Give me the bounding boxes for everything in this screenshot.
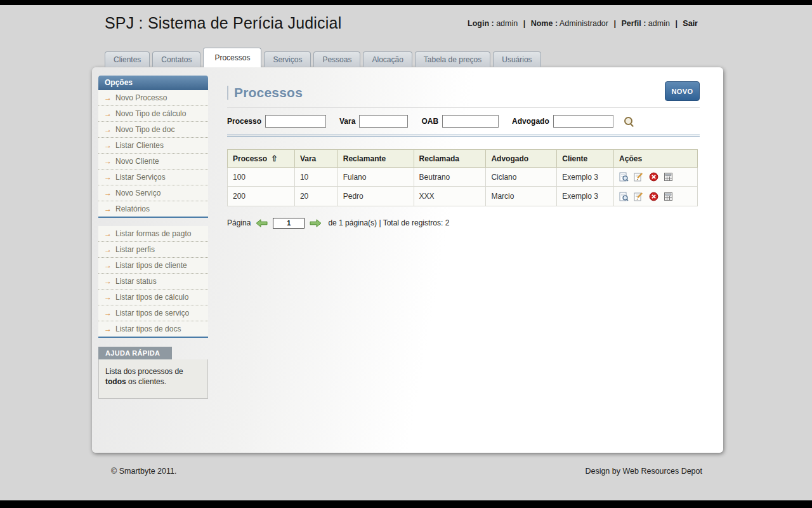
tab-clientes[interactable]: Clientes — [105, 51, 150, 67]
sidebar-menu-secondary: → Listar formas de pagto → Listar perfis… — [98, 226, 208, 338]
tab-alocacao[interactable]: Alocação — [363, 51, 412, 67]
col-header-cliente[interactable]: Cliente — [557, 150, 614, 168]
quick-help-box: Lista dos processos de todos os clientes… — [98, 359, 208, 399]
calculator-icon[interactable] — [664, 192, 673, 201]
cell-processo: 100 — [228, 168, 295, 187]
sidebar-item-label: Novo Cliente — [115, 157, 159, 166]
cell-reclamada: Beutrano — [414, 168, 486, 187]
sidebar-item-listar-tipos-de-servico[interactable]: → Listar tipos de serviço — [98, 305, 208, 321]
view-icon[interactable] — [619, 172, 629, 182]
title-accent-bar — [227, 86, 228, 100]
cell-acoes — [614, 187, 698, 206]
view-icon[interactable] — [619, 192, 629, 201]
sort-asc-icon[interactable]: ⇧ — [271, 154, 278, 163]
col-header-advogado[interactable]: Advogado — [486, 150, 557, 168]
sidebar-item-listar-formas-de-pagto[interactable]: → Listar formas de pagto — [98, 226, 208, 242]
filter-oab-label: OAB — [421, 117, 438, 126]
sidebar-item-listar-tipos-de-docs[interactable]: → Listar tipos de docs — [98, 321, 208, 337]
sidebar-item-label: Listar status — [115, 277, 157, 286]
arrow-icon: → — [104, 189, 112, 197]
tab-processos[interactable]: Processos — [203, 48, 261, 67]
sidebar-item-label: Listar Serviços — [115, 173, 166, 182]
table-header-row: Processo⇧ Vara Reclamante Reclamada Advo… — [228, 150, 698, 168]
sidebar-item-listar-servicos[interactable]: → Listar Serviços — [98, 170, 208, 185]
delete-icon[interactable] — [649, 172, 658, 182]
novo-button[interactable]: NOVO — [665, 81, 700, 101]
edit-icon[interactable] — [634, 192, 643, 201]
sidebar-item-novo-cliente[interactable]: → Novo Cliente — [98, 154, 208, 170]
table-row: 200 20 Pedro XXX Marcio Exemplo 3 — [228, 187, 698, 206]
page-number-input[interactable] — [273, 218, 304, 229]
pagination-label: Página — [227, 218, 251, 227]
sidebar-item-listar-tipos-de-cliente[interactable]: → Listar tipos de cliente — [98, 258, 208, 274]
sidebar-item-label: Listar tipos de cliente — [115, 261, 187, 270]
arrow-icon: → — [104, 157, 112, 165]
logout-link[interactable]: Sair — [683, 19, 698, 28]
col-header-processo[interactable]: Processo⇧ — [228, 150, 295, 168]
arrow-icon: → — [104, 94, 112, 102]
sidebar-item-label: Novo Tipo de doc — [115, 125, 174, 134]
sidebar-item-relatorios[interactable]: → Relatórios — [98, 201, 208, 217]
filter-advogado-input[interactable] — [553, 115, 613, 128]
filter-vara-label: Vara — [339, 117, 355, 126]
table-row: 100 10 Fulano Beutrano Ciclano Exemplo 3 — [228, 168, 698, 187]
col-header-reclamante[interactable]: Reclamante — [337, 150, 414, 168]
sidebar-menu-primary: → Novo Processo → Novo Tipo de cálculo →… — [98, 90, 208, 218]
arrow-icon: → — [104, 325, 112, 333]
sidebar: Opções → Novo Processo → Novo Tipo de cá… — [98, 76, 208, 399]
title-row: Processos NOVO — [227, 81, 700, 108]
filter-oab-input[interactable] — [442, 115, 499, 128]
arrow-icon: → — [104, 230, 112, 237]
arrow-icon: → — [104, 293, 112, 301]
filter-processo-label: Processo — [227, 117, 261, 126]
content-panel: Opções → Novo Processo → Novo Tipo de cá… — [92, 67, 723, 453]
calculator-icon[interactable] — [664, 172, 673, 182]
separator: | — [675, 19, 678, 28]
delete-icon[interactable] — [649, 192, 658, 201]
sidebar-item-label: Relatórios — [115, 204, 150, 213]
processos-table: Processo⇧ Vara Reclamante Reclamada Advo… — [227, 149, 698, 206]
tab-usuarios[interactable]: Usuários — [493, 51, 540, 67]
sidebar-item-novo-tipo-de-doc[interactable]: → Novo Tipo de doc — [98, 122, 208, 138]
arrow-icon: → — [104, 246, 112, 253]
col-header-acoes: Ações — [614, 150, 698, 168]
filter-processo-input[interactable] — [265, 115, 326, 128]
sidebar-item-listar-status[interactable]: → Listar status — [98, 274, 208, 290]
cell-cliente: Exemplo 3 — [557, 187, 614, 206]
tab-contatos[interactable]: Contatos — [152, 51, 200, 67]
bottom-black-bar — [0, 500, 812, 508]
search-icon[interactable] — [624, 116, 634, 127]
perfil-label: Perfil : — [621, 19, 646, 28]
cell-cliente: Exemplo 3 — [557, 168, 614, 187]
filter-vara-input[interactable] — [359, 115, 408, 128]
next-page-icon[interactable] — [310, 219, 322, 227]
cell-acoes — [614, 168, 698, 187]
cell-reclamante: Fulano — [337, 168, 414, 187]
cell-advogado: Ciclano — [486, 168, 557, 187]
sidebar-item-label: Listar Clientes — [115, 141, 164, 150]
sidebar-item-listar-perfis[interactable]: → Listar perfis — [98, 242, 208, 258]
cell-vara: 20 — [294, 187, 337, 206]
sidebar-item-listar-clientes[interactable]: → Listar Clientes — [98, 138, 208, 154]
filter-advogado-label: Advogado — [512, 117, 549, 126]
tab-servicos[interactable]: Serviços — [264, 51, 311, 67]
tab-pessoas[interactable]: Pessoas — [313, 51, 360, 67]
arrow-icon: → — [104, 173, 112, 181]
edit-icon[interactable] — [634, 172, 643, 182]
sidebar-item-novo-servico[interactable]: → Novo Serviço — [98, 185, 208, 201]
main-content: Processos NOVO Processo Vara OAB Advogad… — [227, 81, 700, 229]
top-black-bar — [0, 0, 812, 5]
col-header-vara[interactable]: Vara — [294, 150, 337, 168]
arrow-icon: → — [104, 309, 112, 317]
sidebar-item-novo-processo[interactable]: → Novo Processo — [98, 90, 208, 106]
col-header-reclamada[interactable]: Reclamada — [414, 150, 486, 168]
footer-copyright: © Smartbyte 2011. — [111, 467, 176, 476]
tab-tabela-de-precos[interactable]: Tabela de preços — [415, 51, 490, 67]
nome-value: Administrador — [560, 19, 608, 28]
filter-row: Processo Vara OAB Advogado — [227, 115, 700, 137]
sidebar-item-listar-tipos-de-calculo[interactable]: → Listar tipos de cálculo — [98, 290, 208, 305]
prev-page-icon[interactable] — [256, 219, 268, 227]
sidebar-item-novo-tipo-de-calculo[interactable]: → Novo Tipo de cálculo — [98, 106, 208, 122]
cell-vara: 10 — [294, 168, 337, 187]
arrow-icon: → — [104, 277, 112, 285]
